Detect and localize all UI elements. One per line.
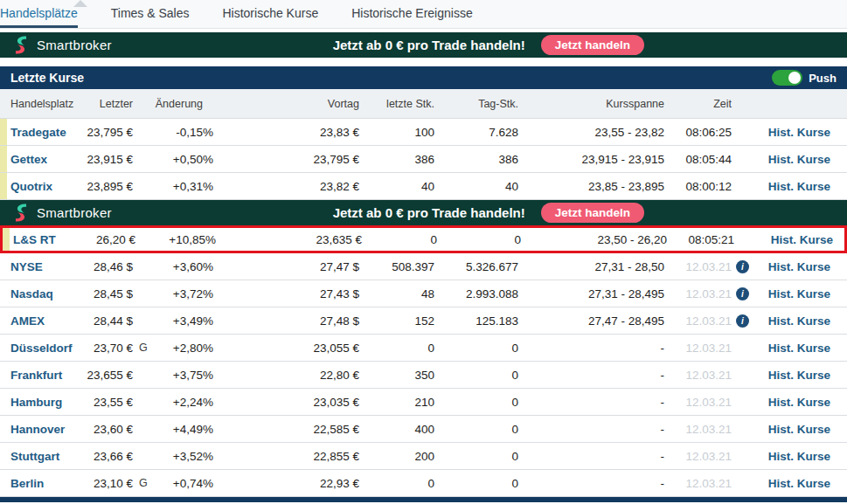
exchange-link[interactable]: Nasdaq	[0, 287, 79, 300]
last-price: 28,45 $	[79, 287, 133, 300]
tab-bar: Handelsplätze Times & Sales Historische …	[0, 0, 847, 29]
prev-close: 23,635 €	[287, 233, 362, 246]
hist-kurse-link[interactable]: Hist. Kurse	[753, 260, 830, 273]
quote-time: 12.03.21	[664, 477, 732, 490]
tab-times-sales[interactable]: Times & Sales	[111, 0, 190, 28]
exchange-link[interactable]: L&S RT	[3, 233, 81, 246]
change-percent: +0,50%	[152, 153, 213, 166]
hist-kurse-link[interactable]: Hist. Kurse	[753, 342, 830, 355]
hist-kurse-link[interactable]: Hist. Kurse	[753, 180, 830, 193]
day-volume: 386	[434, 153, 518, 166]
jetzt-handeln-button[interactable]: Jetzt handeln	[541, 203, 644, 223]
toggle-knob[interactable]	[788, 72, 801, 84]
day-volume: 0	[434, 396, 518, 409]
change-percent: +3,72%	[152, 287, 213, 300]
day-volume: 40	[434, 180, 518, 193]
jetzt-handeln-button[interactable]: Jetzt handeln	[541, 35, 644, 55]
quote-time: 08:00:12	[664, 180, 732, 193]
price-range: -	[518, 342, 664, 355]
exchange-link[interactable]: Stuttgart	[0, 450, 79, 463]
last-price: 23,60 €	[79, 423, 133, 436]
exchange-link[interactable]: Hamburg	[0, 396, 79, 409]
col-tag-stk: Tag-Stk.	[434, 98, 518, 110]
table-row: AMEX 28,44 $ +3,49% 27,48 $ 152 125.183 …	[0, 307, 847, 335]
change-percent: +0,74%	[152, 477, 213, 490]
hist-kurse-link[interactable]: Hist. Kurse	[753, 314, 830, 328]
exchange-link[interactable]: Düsseldorf	[0, 342, 79, 355]
price-suffix: G	[133, 342, 152, 354]
day-volume: 0	[434, 477, 518, 490]
last-price: 23,66 €	[79, 450, 133, 463]
change-percent: +3,75%	[152, 369, 213, 382]
toggle-track[interactable]	[772, 70, 802, 86]
change-percent: -0,15%	[152, 126, 213, 139]
promo-banner: Smartbroker Jetzt ab 0 € pro Trade hande…	[0, 32, 847, 58]
table-row: Gettex 23,915 € +0,50% 23,795 € 386 386 …	[0, 146, 847, 173]
hist-kurse-link[interactable]: Hist. Kurse	[753, 126, 830, 139]
quote-time: 12.03.21	[664, 314, 732, 328]
exchange-link[interactable]: AMEX	[0, 314, 79, 328]
info-icon[interactable]: i	[736, 287, 749, 300]
price-range: -	[518, 450, 664, 463]
hist-kurse-link[interactable]: Hist. Kurse	[753, 423, 830, 436]
table-row: Nasdaq 28,45 $ +3,72% 27,43 $ 48 2.993.0…	[0, 280, 847, 307]
hist-kurse-link[interactable]: Hist. Kurse	[753, 287, 830, 300]
price-range: 27,31 - 28,495	[518, 287, 664, 300]
price-range: 23,85 - 23,895	[518, 180, 664, 193]
hist-kurse-link[interactable]: Hist. Kurse	[753, 450, 830, 463]
exchange-link[interactable]: Quotrix	[0, 180, 79, 193]
last-price: 23,795 €	[79, 126, 133, 139]
table-row: NYSE 28,46 $ +3,60% 27,47 $ 508.397 5.32…	[0, 253, 847, 280]
exchange-link[interactable]: Tradegate	[0, 126, 79, 139]
quote-time: 08:06:25	[664, 126, 732, 139]
last-price: 23,915 €	[79, 153, 133, 166]
hist-kurse-link[interactable]: Hist. Kurse	[753, 477, 830, 490]
last-volume: 508.397	[359, 260, 434, 273]
quote-time: 12.03.21	[664, 396, 732, 409]
last-price: 23,55 €	[79, 396, 133, 409]
quote-rows: Tradegate 23,795 € -0,15% 23,83 € 100 7.…	[0, 119, 847, 497]
day-volume: 0	[434, 342, 518, 355]
hist-kurse-link[interactable]: Hist. Kurse	[753, 396, 830, 409]
exchange-link[interactable]: Gettex	[0, 153, 79, 166]
price-range: 23,915 - 23,915	[518, 153, 664, 166]
info-icon[interactable]: i	[736, 260, 749, 273]
row-marker	[0, 146, 7, 172]
promo-banner: Smartbroker Jetzt ab 0 € pro Trade hande…	[0, 200, 847, 225]
last-price: 23,70 €	[79, 342, 133, 355]
exchange-link[interactable]: Hannover	[0, 423, 79, 436]
quote-panel-header: Letzte Kurse Push	[0, 66, 847, 89]
last-volume: 0	[362, 233, 437, 246]
info-cell: i	[732, 260, 753, 273]
prev-close: 27,47 $	[284, 260, 359, 273]
table-row: Frankfurt 23,655 € +3,75% 22,80 € 350 0 …	[0, 362, 847, 389]
exchange-link[interactable]: Frankfurt	[0, 369, 79, 382]
tab-historische-kurse[interactable]: Historische Kurse	[222, 0, 318, 28]
info-icon[interactable]: i	[736, 314, 749, 328]
info-cell: i	[732, 287, 753, 300]
row-marker	[3, 228, 10, 251]
table-row: Quotrix 23,895 € +0,31% 23,82 € 40 40 23…	[0, 173, 847, 200]
last-volume: 48	[359, 287, 434, 300]
row-marker	[0, 173, 7, 199]
day-volume: 0	[437, 233, 521, 246]
caret-up-icon	[73, 0, 87, 7]
row-marker	[0, 119, 7, 145]
tab-historische-ereignisse[interactable]: Historische Ereignisse	[351, 0, 473, 28]
hist-kurse-link[interactable]: Hist. Kurse	[753, 153, 830, 166]
exchange-link[interactable]: Berlin	[0, 477, 79, 490]
last-volume: 100	[359, 126, 434, 139]
tab-handelsplaetze[interactable]: Handelsplätze	[0, 0, 78, 28]
exchange-link[interactable]: NYSE	[0, 260, 79, 273]
day-volume: 0	[434, 423, 518, 436]
price-range: -	[518, 477, 664, 490]
push-toggle[interactable]: Push	[772, 70, 837, 86]
hist-kurse-link[interactable]: Hist. Kurse	[753, 369, 830, 382]
col-handelsplatz: Handelsplatz	[0, 98, 79, 110]
last-price: 23,655 €	[79, 369, 133, 382]
col-kursspanne: Kursspanne	[518, 98, 664, 110]
table-row: Stuttgart 23,66 € +3,52% 22,855 € 200 0 …	[0, 443, 847, 470]
smartbroker-logo-icon	[12, 35, 30, 55]
prev-close: 27,43 $	[284, 287, 359, 300]
hist-kurse-link[interactable]: Hist. Kurse	[756, 233, 833, 246]
